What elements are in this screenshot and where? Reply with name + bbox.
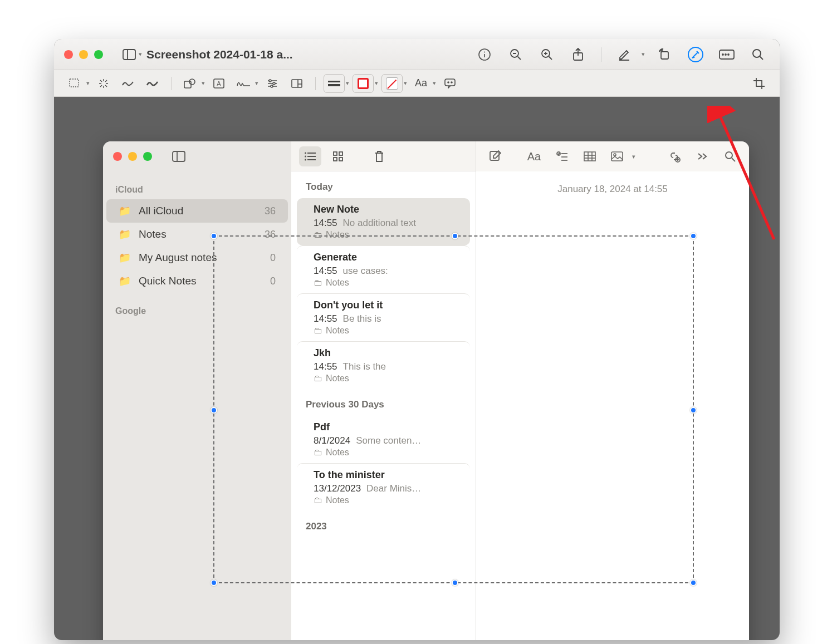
sign-button[interactable] <box>233 74 254 93</box>
section-today: Today <box>291 171 476 198</box>
border-color-button[interactable] <box>353 74 374 93</box>
delete-button[interactable] <box>368 146 390 166</box>
selection-handle-s[interactable] <box>452 579 458 586</box>
instant-alpha-button[interactable] <box>93 74 114 93</box>
svg-rect-0 <box>123 50 135 60</box>
draw-button[interactable] <box>142 74 163 93</box>
selection-handle-nw[interactable] <box>211 233 217 239</box>
notes-sidebar-toggle-button[interactable] <box>169 147 188 166</box>
rotate-button[interactable] <box>653 43 676 66</box>
list-view-button[interactable] <box>299 146 321 166</box>
edit-pen-button[interactable] <box>613 43 636 66</box>
adjust-color-button[interactable] <box>262 74 283 93</box>
zoom-out-button[interactable] <box>504 43 527 66</box>
checklist-button[interactable] <box>551 146 573 166</box>
zoom-in-button[interactable] <box>535 43 559 66</box>
media-dropdown-icon[interactable]: ▾ <box>632 153 635 160</box>
notes-close-button[interactable] <box>113 152 122 161</box>
separator <box>171 77 172 90</box>
maximize-button[interactable] <box>94 50 103 59</box>
format-button[interactable]: Aa <box>523 146 545 166</box>
svg-rect-21 <box>70 79 79 87</box>
media-button[interactable] <box>606 146 629 166</box>
folder-all-icloud[interactable]: 📁All iCloud36 <box>106 199 288 223</box>
note-title: New Note <box>314 204 460 215</box>
selection-handle-se[interactable] <box>690 579 697 586</box>
svg-line-28 <box>105 80 107 82</box>
svg-rect-43 <box>445 79 455 86</box>
form-fill-button[interactable] <box>715 43 738 66</box>
new-note-button[interactable] <box>484 146 506 166</box>
share-button[interactable] <box>566 43 590 66</box>
svg-point-31 <box>189 79 195 85</box>
search-button[interactable] <box>746 43 770 66</box>
svg-point-53 <box>305 159 306 160</box>
notes-minimize-button[interactable] <box>128 152 137 161</box>
svg-rect-54 <box>334 152 337 155</box>
text-style-dropdown-icon[interactable]: ▾ <box>433 80 436 87</box>
sign-dropdown-icon[interactable]: ▾ <box>255 80 258 87</box>
selection-handle-ne[interactable] <box>690 233 697 239</box>
svg-point-4 <box>484 51 485 52</box>
svg-point-69 <box>614 154 616 156</box>
separator <box>601 47 601 62</box>
folder-label: My August notes <box>139 252 217 264</box>
text-button[interactable]: A <box>208 74 229 93</box>
svg-line-20 <box>760 56 764 60</box>
svg-point-37 <box>269 80 271 82</box>
fill-color-swatch <box>386 77 398 90</box>
selection-tool-button[interactable] <box>64 74 85 93</box>
text-style-button[interactable]: Aa <box>410 74 432 93</box>
svg-text:A: A <box>217 80 221 87</box>
selection-handle-w[interactable] <box>211 407 217 414</box>
selection-rectangle[interactable] <box>213 235 694 583</box>
shape-style-button[interactable] <box>324 74 345 93</box>
edit-dropdown-icon[interactable]: ▾ <box>642 51 645 58</box>
svg-point-44 <box>448 82 449 83</box>
minimize-button[interactable] <box>79 50 88 59</box>
more-button[interactable] <box>691 146 713 166</box>
notes-maximize-button[interactable] <box>143 152 152 161</box>
account-label-icloud: iCloud <box>115 185 291 195</box>
svg-rect-14 <box>661 52 668 59</box>
svg-rect-55 <box>339 152 342 155</box>
shapes-button[interactable] <box>179 74 200 93</box>
traffic-lights <box>64 50 103 59</box>
fill-color-dropdown-icon[interactable]: ▾ <box>404 80 407 87</box>
selection-handle-sw[interactable] <box>211 579 217 586</box>
grid-view-button[interactable] <box>327 146 349 166</box>
svg-rect-40 <box>292 80 302 87</box>
document-title: Screenshot 2024-01-18 a... <box>146 48 293 61</box>
shape-style-dropdown-icon[interactable]: ▾ <box>346 80 349 87</box>
info-button[interactable] <box>473 43 496 66</box>
close-button[interactable] <box>64 50 73 59</box>
folder-label: Quick Notes <box>139 275 196 287</box>
selection-handle-n[interactable] <box>452 233 458 239</box>
sidebar-toggle-button[interactable] <box>118 43 141 66</box>
folder-icon: 📁 <box>119 275 132 287</box>
notes-search-button[interactable] <box>719 146 741 166</box>
note-time: 14:55 <box>314 218 337 228</box>
selection-handle-e[interactable] <box>690 407 697 414</box>
adjust-size-button[interactable] <box>286 74 307 93</box>
folder-label: All iCloud <box>139 205 183 217</box>
svg-line-74 <box>732 158 735 161</box>
notes-list-toolbar <box>291 141 476 171</box>
border-color-dropdown-icon[interactable]: ▾ <box>375 80 378 87</box>
annotate-button[interactable] <box>439 74 461 93</box>
fill-color-button[interactable] <box>381 74 403 93</box>
table-button[interactable] <box>579 146 601 166</box>
svg-point-16 <box>722 54 723 55</box>
crop-button[interactable] <box>748 74 770 93</box>
svg-point-17 <box>725 54 726 55</box>
svg-point-51 <box>305 152 306 154</box>
format-label: Aa <box>527 150 541 163</box>
sidebar-dropdown-icon[interactable]: ▾ <box>139 51 142 58</box>
folder-label: Notes <box>139 228 167 240</box>
sketch-button[interactable] <box>118 74 139 93</box>
shapes-dropdown-icon[interactable]: ▾ <box>202 80 205 87</box>
link-button[interactable] <box>663 146 686 166</box>
text-style-label: Aa <box>415 77 427 89</box>
selection-dropdown-icon[interactable]: ▾ <box>86 80 90 87</box>
markup-toggle-button[interactable] <box>684 43 707 66</box>
